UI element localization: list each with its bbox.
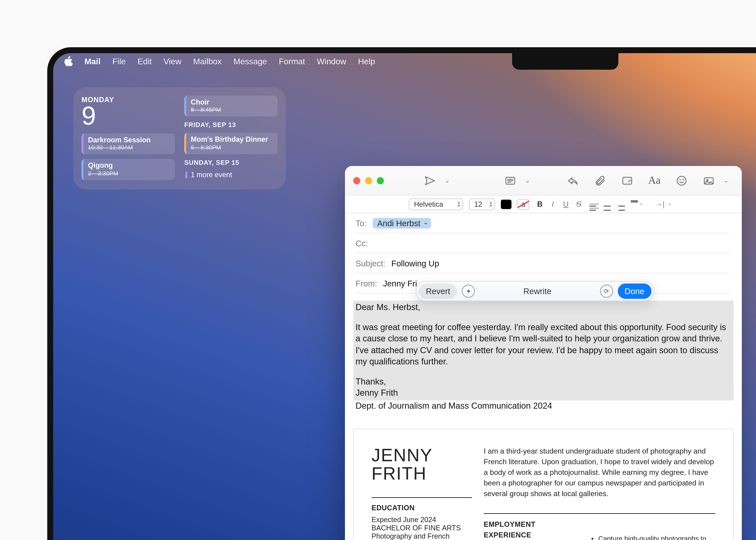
- from-value: Jenny Fri: [383, 279, 417, 288]
- subject-label: Subject:: [355, 258, 386, 268]
- mail-compose-window: ⌄ ⌄ Aa: [345, 166, 742, 540]
- menu-edit[interactable]: Edit: [137, 57, 152, 66]
- body-dept: Dept. of Journalism and Mass Communicati…: [355, 401, 552, 410]
- font-family-value: Helvetica: [414, 200, 443, 208]
- calendar-widget[interactable]: MONDAY 9 Darkroom Session 10:30 – 11:30A…: [73, 87, 286, 190]
- reply-button[interactable]: [562, 172, 583, 189]
- writing-tools-pill: Revert ✦ Rewrite ⟳ Done: [416, 281, 654, 301]
- event-time: 2 – 3:30PM: [88, 170, 170, 177]
- header-fields-button[interactable]: [500, 172, 521, 189]
- font-size-value: 12: [474, 200, 482, 208]
- resume-edu-body: Expected June 2024BACHELOR OF FINE ARTSP…: [371, 515, 472, 540]
- event-choir[interactable]: Choir 8 – 8:45PM: [184, 96, 278, 116]
- cc-field-row[interactable]: Cc:: [355, 233, 731, 253]
- photo-browser-button[interactable]: [698, 172, 719, 189]
- window-close-button[interactable]: [353, 177, 360, 184]
- resume-edu-heading: EDUCATION: [371, 503, 472, 512]
- send-button[interactable]: [419, 172, 441, 189]
- bold-button[interactable]: B: [535, 200, 545, 208]
- event-title: Mom's Birthday Dinner: [191, 135, 273, 144]
- to-label: To:: [355, 218, 367, 228]
- emoji-button[interactable]: [671, 172, 692, 189]
- selected-text: Dear Ms. Herbst, It was great meeting fo…: [353, 301, 733, 400]
- menu-window[interactable]: Window: [317, 57, 346, 66]
- format-toolbar: Helvetica▴▾ 12▴▾ a B I U S: [345, 196, 742, 213]
- body-greeting: Dear Ms. Herbst,: [355, 302, 420, 312]
- window-minimize-button[interactable]: [365, 177, 372, 184]
- text-color-swatch[interactable]: [501, 200, 512, 209]
- align-left-button[interactable]: [589, 198, 599, 210]
- align-group: [589, 198, 625, 210]
- resume-name: JENNYFRITH: [371, 446, 472, 483]
- menu-bar: Mail File Edit View Mailbox Message Form…: [53, 53, 756, 70]
- indent-button[interactable]: →|⌄: [656, 200, 678, 208]
- text-bgcolor-none[interactable]: a: [517, 199, 529, 209]
- event-time: 6 – 8:30PM: [191, 144, 273, 151]
- svg-point-3: [680, 179, 681, 180]
- widget-daynum: 9: [81, 103, 175, 129]
- attach-button[interactable]: [589, 172, 611, 189]
- display-notch: [512, 53, 618, 70]
- resume-intro: I am a third-year student undergraduate …: [484, 446, 715, 499]
- retry-icon[interactable]: ⟳: [600, 285, 613, 298]
- menu-mailbox[interactable]: Mailbox: [193, 57, 222, 66]
- rewrite-label[interactable]: Rewrite: [480, 286, 595, 296]
- done-button[interactable]: Done: [618, 284, 652, 299]
- menu-app-name[interactable]: Mail: [84, 57, 101, 66]
- header-fields-caret[interactable]: ⌄: [523, 177, 532, 184]
- menu-file[interactable]: File: [112, 57, 126, 66]
- widget-more-events[interactable]: 1 more event: [184, 171, 278, 179]
- send-options-caret[interactable]: ⌄: [443, 177, 451, 184]
- underline-button[interactable]: U: [561, 200, 570, 208]
- italic-button[interactable]: I: [548, 200, 558, 208]
- menu-help[interactable]: Help: [358, 57, 375, 66]
- cc-label: Cc:: [355, 238, 368, 248]
- list-button[interactable]: ⌄: [631, 200, 650, 208]
- body-name: Jenny Frith: [355, 388, 398, 398]
- message-body[interactable]: Dear Ms. Herbst, It was great meeting fo…: [345, 294, 742, 412]
- text-style-group: B I U S: [535, 200, 583, 208]
- event-birthday[interactable]: Mom's Birthday Dinner 6 – 8:30PM: [184, 133, 278, 154]
- to-field-row[interactable]: To: Andi Herbst: [355, 213, 731, 233]
- photo-browser-caret[interactable]: ⌄: [722, 177, 730, 184]
- widget-date-header: SUNDAY, SEP 15: [184, 159, 278, 166]
- menu-view[interactable]: View: [164, 57, 181, 66]
- apple-menu-icon[interactable]: [64, 56, 73, 67]
- event-title: Choir: [191, 98, 273, 106]
- event-time: 10:30 – 11:30AM: [88, 144, 170, 151]
- align-right-button[interactable]: [615, 198, 625, 210]
- format-aa-button[interactable]: Aa: [644, 172, 665, 189]
- resume-attachment: JENNYFRITH EDUCATION Expected June 2024B…: [353, 429, 733, 540]
- resume-emp-bullets: Capture high-quality photographs to acco…: [591, 534, 715, 540]
- body-signoff: Thanks,: [355, 377, 386, 386]
- window-zoom-button[interactable]: [377, 177, 384, 184]
- mail-toolbar: ⌄ ⌄ Aa: [345, 166, 742, 196]
- event-title: Darkroom Session: [88, 136, 170, 144]
- revert-button[interactable]: Revert: [419, 284, 457, 299]
- markup-button[interactable]: [617, 172, 638, 189]
- event-time: 8 – 8:45PM: [191, 106, 273, 114]
- event-title: Qigong: [88, 161, 170, 170]
- strike-button[interactable]: S: [574, 200, 583, 208]
- writing-tools-icon[interactable]: ✦: [462, 285, 475, 298]
- subject-field-row[interactable]: Subject: Following Up: [355, 253, 731, 273]
- menu-format[interactable]: Format: [279, 57, 305, 66]
- from-label: From:: [355, 279, 377, 288]
- align-center-button[interactable]: [602, 198, 612, 210]
- menu-message[interactable]: Message: [233, 57, 267, 66]
- widget-date-header: FRIDAY, SEP 13: [184, 121, 278, 128]
- recipient-chip[interactable]: Andi Herbst: [372, 218, 431, 228]
- subject-value: Following Up: [391, 258, 439, 268]
- resume-emp-heading: EMPLOYMENT EXPERIENCE: [484, 520, 583, 540]
- font-size-select[interactable]: 12▴▾: [469, 198, 495, 210]
- svg-point-2: [677, 176, 686, 185]
- event-qigong[interactable]: Qigong 2 – 3:30PM: [81, 159, 175, 180]
- body-paragraph: It was great meeting for coffee yesterda…: [355, 322, 726, 366]
- svg-rect-1: [623, 177, 632, 184]
- event-darkroom[interactable]: Darkroom Session 10:30 – 11:30AM: [81, 133, 175, 154]
- font-family-select[interactable]: Helvetica▴▾: [409, 198, 463, 210]
- svg-point-4: [683, 179, 684, 180]
